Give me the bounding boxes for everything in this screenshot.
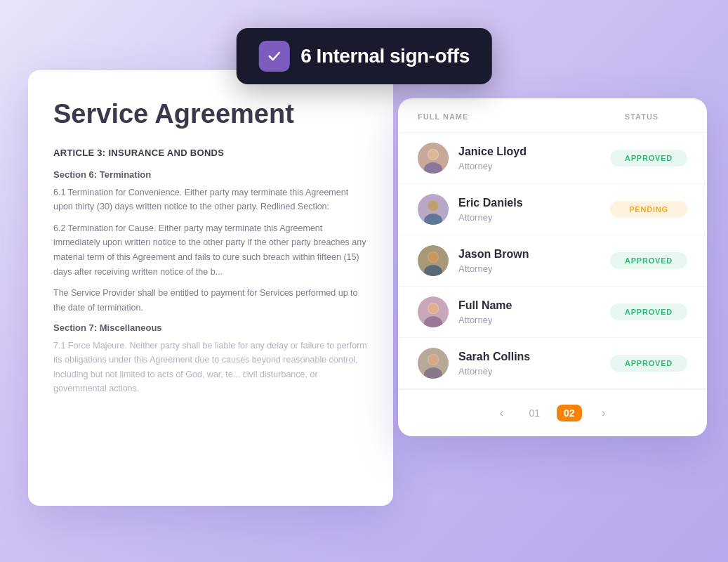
- internal-signoffs-badge: 6 Internal sign-offs: [236, 28, 491, 84]
- table-row: Full Name Attorney APPROVED: [398, 287, 707, 338]
- status-badge-fullname: APPROVED: [610, 303, 687, 320]
- pagination-next-button[interactable]: ›: [593, 403, 614, 424]
- person-info-jason: Jason Brown Attorney: [458, 247, 610, 274]
- table-row: Eric Daniels Attorney PENDING: [398, 184, 707, 235]
- check-icon: [258, 41, 289, 72]
- chevron-left-icon: ‹: [500, 407, 503, 419]
- avatar-eric: [418, 194, 449, 225]
- avatar-janice: [418, 143, 449, 174]
- avatar-jason: [418, 245, 449, 276]
- svg-point-7: [428, 201, 438, 211]
- status-badge-jason: APPROVED: [610, 252, 687, 269]
- person-info-janice: Janice Lloyd Attorney: [458, 145, 610, 171]
- svg-point-19: [428, 355, 438, 365]
- scene: 6 Internal sign-offs Service Agreement A…: [0, 0, 728, 562]
- section2-title: Section 7: Miscellaneous: [53, 322, 368, 333]
- status-badge-janice: APPROVED: [610, 150, 687, 166]
- table-row: Jason Brown Attorney APPROVED: [398, 235, 707, 287]
- person-info-sarah: Sarah Collins Attorney: [458, 350, 610, 377]
- svg-point-3: [428, 150, 438, 159]
- section1-body2: 6.2 Termination for Cause. Either party …: [53, 221, 368, 280]
- chevron-right-icon: ›: [602, 407, 605, 419]
- section2-body: 7.1 Force Majeure. Neither party shall b…: [53, 339, 368, 397]
- status-badge-eric: PENDING: [610, 201, 687, 218]
- avatar-fullname: [418, 296, 449, 327]
- person-role-jason: Attorney: [458, 263, 610, 274]
- col-header-full-name: FULL NAME: [418, 112, 596, 121]
- person-role-fullname: Attorney: [458, 315, 610, 325]
- person-role-sarah: Attorney: [458, 366, 610, 377]
- section1-body3: The Service Provider shall be entitled t…: [53, 286, 368, 315]
- document-title: Service Agreement: [53, 98, 368, 131]
- table-row: Janice Lloyd Attorney APPROVED: [398, 133, 707, 184]
- document-card: Service Agreement ARTICLE 3: INSURANCE A…: [28, 70, 393, 506]
- section1-title: Section 6: Termination: [53, 169, 368, 180]
- pagination-prev-button[interactable]: ‹: [491, 403, 512, 424]
- col-header-status: STATUS: [596, 112, 687, 121]
- person-name-eric: Eric Daniels: [458, 196, 610, 211]
- person-name-fullname: Full Name: [458, 299, 610, 313]
- status-badge-sarah: APPROVED: [610, 355, 687, 372]
- person-name-sarah: Sarah Collins: [458, 350, 610, 365]
- page-1-button[interactable]: 01: [523, 405, 545, 422]
- table-row: Sarah Collins Attorney APPROVED: [398, 338, 707, 389]
- table-header: FULL NAME STATUS: [398, 98, 707, 133]
- avatar-sarah: [418, 348, 449, 379]
- person-name-janice: Janice Lloyd: [458, 145, 610, 159]
- pagination: ‹ 01 02 ›: [398, 389, 707, 436]
- person-role-janice: Attorney: [458, 161, 610, 171]
- article-heading: ARTICLE 3: INSURANCE AND BONDS: [53, 148, 368, 158]
- person-info-eric: Eric Daniels Attorney: [458, 196, 610, 223]
- section1-body1: 6.1 Termination for Convenience. Either …: [53, 185, 368, 214]
- svg-point-11: [428, 252, 438, 262]
- page-2-button[interactable]: 02: [557, 405, 582, 422]
- svg-point-15: [428, 303, 438, 313]
- person-name-jason: Jason Brown: [458, 247, 610, 262]
- signoffs-table-card: FULL NAME STATUS Janice Lloyd Attorney A…: [398, 98, 707, 436]
- badge-label: 6 Internal sign-offs: [300, 45, 469, 67]
- person-role-eric: Attorney: [458, 212, 610, 223]
- person-info-fullname: Full Name Attorney: [458, 299, 610, 325]
